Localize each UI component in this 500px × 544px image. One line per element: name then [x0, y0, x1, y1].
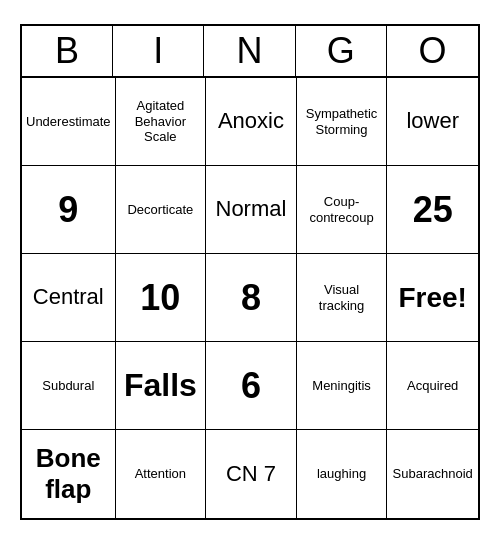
header-letter: G: [296, 26, 387, 76]
bingo-cell: Coup-contrecoup: [297, 166, 388, 254]
header-letter: N: [204, 26, 295, 76]
bingo-cell: Subarachnoid: [387, 430, 478, 518]
bingo-cell: CN 7: [206, 430, 297, 518]
bingo-cell: 25: [387, 166, 478, 254]
bingo-cell: Underestimate: [22, 78, 116, 166]
header-letter: I: [113, 26, 204, 76]
header-letter: O: [387, 26, 478, 76]
bingo-cell: Visual tracking: [297, 254, 388, 342]
bingo-cell: Free!: [387, 254, 478, 342]
bingo-cell: Central: [22, 254, 116, 342]
header-letter: B: [22, 26, 113, 76]
bingo-cell: Acquired: [387, 342, 478, 430]
bingo-cell: Anoxic: [206, 78, 297, 166]
bingo-card: BINGO UnderestimateAgitated Behavior Sca…: [20, 24, 480, 520]
bingo-grid: UnderestimateAgitated Behavior ScaleAnox…: [22, 78, 478, 518]
bingo-cell: 10: [116, 254, 207, 342]
bingo-cell: 9: [22, 166, 116, 254]
bingo-cell: Subdural: [22, 342, 116, 430]
bingo-cell: Sympathetic Storming: [297, 78, 388, 166]
bingo-cell: Meningitis: [297, 342, 388, 430]
bingo-cell: Bone flap: [22, 430, 116, 518]
bingo-cell: Normal: [206, 166, 297, 254]
bingo-cell: Agitated Behavior Scale: [116, 78, 207, 166]
bingo-cell: 8: [206, 254, 297, 342]
bingo-cell: laughing: [297, 430, 388, 518]
bingo-cell: 6: [206, 342, 297, 430]
bingo-header: BINGO: [22, 26, 478, 78]
bingo-cell: Decorticate: [116, 166, 207, 254]
bingo-cell: lower: [387, 78, 478, 166]
bingo-cell: Falls: [116, 342, 207, 430]
bingo-cell: Attention: [116, 430, 207, 518]
